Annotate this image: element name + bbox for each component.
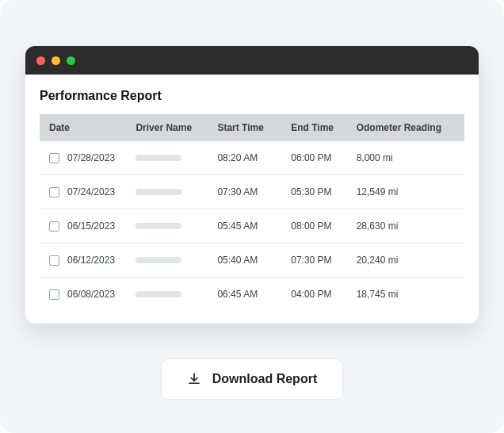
download-section: Download Report	[25, 358, 479, 400]
column-date: Date	[40, 114, 129, 141]
driver-name-placeholder	[136, 155, 181, 161]
cell-odometer: 20,240 mi	[350, 243, 464, 278]
cell-date: 06/08/2023	[67, 289, 115, 300]
cell-date: 06/15/2023	[67, 220, 115, 232]
driver-name-placeholder	[136, 223, 181, 229]
cell-start-time: 05:45 AM	[211, 209, 284, 243]
table-row: 07/24/2023 07:30 AM 05:30 PM 12,549 mi	[40, 175, 464, 209]
column-end-time: End Time	[284, 114, 349, 141]
cell-end-time: 05:30 PM	[284, 175, 349, 209]
cell-end-time: 07:30 PM	[284, 243, 349, 278]
cell-date: 07/28/2023	[67, 152, 115, 163]
column-driver-name: Driver Name	[129, 114, 211, 141]
cell-odometer: 18,745 mi	[350, 278, 464, 312]
driver-name-placeholder	[136, 257, 181, 263]
cell-start-time: 08:20 AM	[211, 141, 284, 175]
table-row: 06/08/2023 06:45 AM 04:00 PM 18,745 mi	[40, 278, 464, 312]
cell-start-time: 05:40 AM	[211, 243, 284, 278]
row-checkbox[interactable]	[49, 255, 59, 266]
row-checkbox[interactable]	[49, 153, 59, 163]
cell-start-time: 07:30 AM	[211, 175, 284, 209]
traffic-lights	[36, 56, 75, 65]
cell-odometer: 12,549 mi	[350, 175, 464, 209]
close-icon[interactable]	[36, 56, 45, 65]
column-odometer: Odometer Reading	[350, 114, 464, 141]
driver-name-placeholder	[136, 291, 181, 297]
window-titlebar	[25, 46, 479, 75]
cell-date: 07/24/2023	[67, 186, 115, 197]
cell-date: 06/12/2023	[67, 255, 115, 266]
column-start-time: Start Time	[211, 114, 284, 141]
maximize-icon[interactable]	[67, 56, 75, 65]
download-icon	[187, 372, 201, 386]
row-checkbox[interactable]	[49, 221, 59, 232]
row-checkbox[interactable]	[49, 289, 59, 300]
app-stage: Performance Report Date Driver Name Star…	[0, 0, 504, 433]
row-checkbox[interactable]	[49, 187, 59, 197]
table-row: 06/12/2023 05:40 AM 07:30 PM 20,240 mi	[40, 243, 464, 278]
minimize-icon[interactable]	[52, 56, 60, 65]
table-header-row: Date Driver Name Start Time End Time Odo…	[40, 114, 464, 141]
table-row: 06/15/2023 05:45 AM 08:00 PM 28,630 mi	[40, 209, 464, 243]
download-label: Download Report	[212, 372, 317, 386]
window-content: Performance Report Date Driver Name Star…	[25, 75, 479, 324]
download-report-button[interactable]: Download Report	[161, 358, 343, 400]
cell-end-time: 04:00 PM	[284, 278, 349, 312]
table-row: 07/28/2023 08:20 AM 06:00 PM 8,000 mi	[40, 141, 464, 175]
cell-odometer: 8,000 mi	[350, 141, 464, 175]
report-window: Performance Report Date Driver Name Star…	[25, 46, 479, 324]
cell-end-time: 06:00 PM	[284, 141, 349, 175]
cell-odometer: 28,630 mi	[350, 209, 464, 243]
page-title: Performance Report	[40, 89, 464, 103]
performance-table: Date Driver Name Start Time End Time Odo…	[40, 114, 464, 311]
cell-end-time: 08:00 PM	[284, 209, 349, 243]
cell-start-time: 06:45 AM	[211, 278, 284, 312]
driver-name-placeholder	[136, 189, 181, 195]
